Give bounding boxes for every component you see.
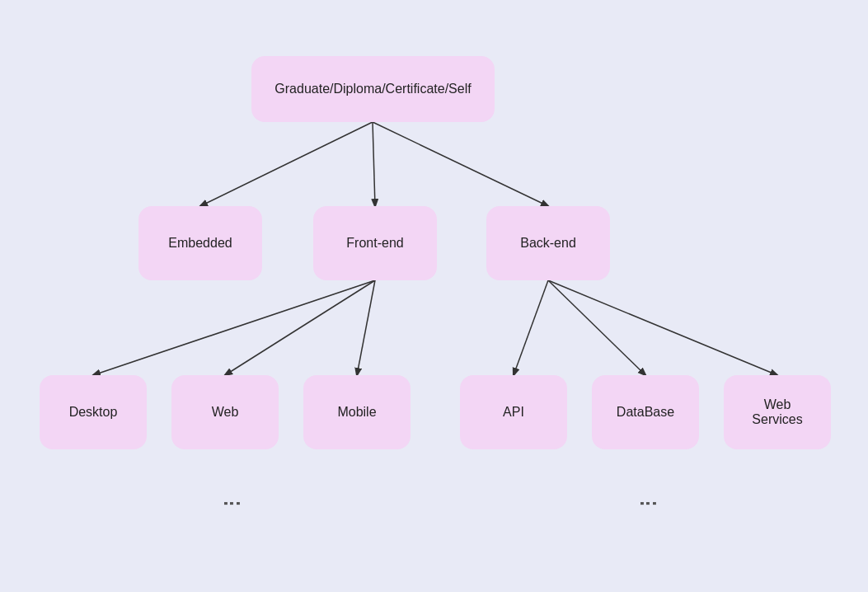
node-backend: Back-end [486, 206, 610, 280]
dots-database: ⋮ [637, 495, 659, 514]
node-webservices: WebServices [724, 375, 831, 449]
svg-line-5 [357, 280, 375, 375]
node-root: Graduate/Diploma/Certificate/Self [251, 56, 495, 122]
svg-line-4 [225, 280, 375, 375]
node-desktop-label: Desktop [69, 405, 118, 420]
node-web: Web [171, 375, 279, 449]
svg-line-7 [548, 280, 645, 375]
node-api: API [460, 375, 567, 449]
dots-web: ⋮ [221, 495, 242, 514]
node-database: DataBase [592, 375, 699, 449]
node-webservices-label: WebServices [752, 397, 802, 427]
node-database-label: DataBase [617, 405, 674, 420]
node-web-label: Web [212, 405, 239, 420]
node-backend-label: Back-end [520, 236, 576, 251]
svg-line-3 [93, 280, 375, 375]
node-frontend-label: Front-end [346, 236, 403, 251]
node-api-label: API [503, 405, 524, 420]
svg-line-2 [373, 122, 548, 206]
node-mobile: Mobile [303, 375, 411, 449]
diagram-container: Graduate/Diploma/Certificate/Self Embedd… [0, 0, 868, 592]
node-frontend: Front-end [313, 206, 437, 280]
node-root-label: Graduate/Diploma/Certificate/Self [274, 82, 471, 96]
node-embedded: Embedded [138, 206, 262, 280]
svg-line-0 [200, 122, 373, 206]
node-mobile-label: Mobile [337, 405, 376, 420]
node-desktop: Desktop [40, 375, 147, 449]
svg-line-8 [548, 280, 777, 375]
svg-line-1 [373, 122, 375, 206]
svg-line-6 [514, 280, 548, 375]
node-embedded-label: Embedded [168, 236, 232, 251]
